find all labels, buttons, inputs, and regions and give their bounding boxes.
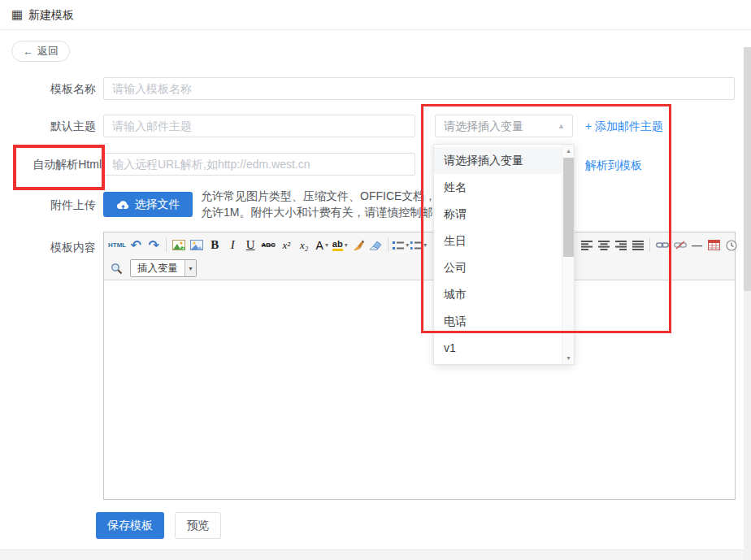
dropdown-scrollbar[interactable]: ▲ ▼ <box>562 145 574 364</box>
page-scrollbar[interactable] <box>744 47 751 560</box>
insert-variable-button[interactable]: 插入变量 ▾ <box>130 259 197 277</box>
dropdown-option[interactable]: 请选择插入变量 <box>434 147 562 174</box>
choose-file-button-label: 选择文件 <box>135 198 180 212</box>
template-name-input[interactable] <box>103 77 735 100</box>
editor-content-area[interactable] <box>104 280 735 499</box>
html-source-icon[interactable]: HTML <box>107 236 127 255</box>
back-button-label: 返回 <box>37 44 59 59</box>
new-template-page: ▦ 新建模板 ← 返回 模板名称 默认主题 请选择插入变量 ▲ + 添加邮件主题… <box>0 0 751 560</box>
grid-icon: ▦ <box>11 7 23 22</box>
page-scrollbar-thumb[interactable] <box>744 47 751 291</box>
insert-variable-select[interactable]: 请选择插入变量 ▲ <box>435 115 573 137</box>
parse-to-template-link[interactable]: 解析到模板 <box>585 158 642 173</box>
insert-variable-button-label: 插入变量 <box>131 260 184 276</box>
toolbar-separator <box>166 238 167 252</box>
dropdown-option[interactable]: v1 <box>434 335 562 362</box>
undo-icon[interactable]: ↶ <box>127 236 145 255</box>
choose-file-button[interactable]: 选择文件 <box>103 192 193 217</box>
default-subject-input[interactable] <box>103 115 415 137</box>
photo-icon[interactable] <box>188 236 206 255</box>
attachment-label: 附件上传 <box>12 193 96 216</box>
select-arrow-icon: ▲ <box>558 122 565 130</box>
chevron-down-icon: ▾ <box>184 260 196 276</box>
magnifier-icon[interactable] <box>107 258 125 278</box>
bold-icon[interactable]: B <box>206 236 224 255</box>
clock-icon[interactable] <box>723 236 740 255</box>
unordered-list-icon[interactable]: ▾ <box>392 236 410 255</box>
dropdown-option[interactable]: 称谓 <box>434 201 562 228</box>
dropdown-option[interactable]: 公司 <box>434 254 562 281</box>
dropdown-option[interactable]: 生日 <box>434 228 562 254</box>
editor-toolbar-row2: 插入变量 ▾ <box>107 257 197 280</box>
dropdown-scroll-up-icon[interactable]: ▲ <box>562 145 575 156</box>
underline-icon[interactable]: U <box>241 236 259 255</box>
redo-icon[interactable]: ↷ <box>145 236 163 255</box>
dropdown-scrollbar-thumb[interactable] <box>563 158 574 257</box>
subscript-icon[interactable]: x₂ <box>295 236 313 255</box>
dropdown-scroll-down-icon[interactable]: ▼ <box>562 353 575 363</box>
editor-toolbar-right-group: — <box>578 233 740 257</box>
insert-variable-select-placeholder: 请选择插入变量 <box>444 119 523 134</box>
hr-icon[interactable]: — <box>689 236 705 255</box>
save-template-button[interactable]: 保存模板 <box>96 512 164 539</box>
template-name-label: 模板名称 <box>12 77 96 100</box>
dropdown-option[interactable]: 城市 <box>434 281 562 308</box>
add-subject-link[interactable]: + 添加邮件主题 <box>585 119 663 134</box>
highlight-color-icon[interactable]: ab▾ <box>331 236 349 255</box>
eraser-icon[interactable] <box>367 236 384 255</box>
page-title: 新建模板 <box>28 8 74 23</box>
align-left-icon[interactable] <box>578 236 595 255</box>
back-arrow-icon: ← <box>23 46 33 58</box>
align-justify-icon[interactable] <box>629 236 646 255</box>
dropdown-option[interactable]: 电话 <box>434 308 562 335</box>
footer-strip <box>0 549 751 560</box>
preview-button[interactable]: 预览 <box>175 512 221 539</box>
auto-parse-label: 自动解析Html <box>12 153 102 176</box>
strikethrough-icon[interactable]: ABC <box>259 236 277 255</box>
rich-text-editor: HTML ↶ ↷ B I U ABC x² x₂ A▾ ab▾ <box>103 232 736 500</box>
format-painter-icon[interactable] <box>349 236 367 255</box>
dropdown-option[interactable]: 姓名 <box>434 174 562 201</box>
editor-toolbar-row1: HTML ↶ ↷ B I U ABC x² x₂ A▾ ab▾ <box>107 233 428 257</box>
table-icon[interactable] <box>705 236 723 255</box>
font-color-icon[interactable]: A▾ <box>313 236 331 255</box>
cloud-upload-icon <box>116 199 130 210</box>
align-right-icon[interactable] <box>612 236 629 255</box>
image-icon[interactable] <box>170 236 188 255</box>
align-center-icon[interactable] <box>595 236 612 255</box>
template-content-label: 模板内容 <box>12 236 96 258</box>
toolbar-separator <box>388 238 389 252</box>
unlink-icon[interactable] <box>671 236 689 255</box>
link-icon[interactable] <box>653 236 671 255</box>
insert-variable-dropdown: 请选择插入变量 姓名 称谓 生日 公司 城市 电话 v1 ▲ ▼ <box>433 144 575 365</box>
superscript-icon[interactable]: x² <box>277 236 295 255</box>
toolbar-separator <box>649 238 650 252</box>
default-subject-label: 默认主题 <box>12 115 96 137</box>
back-button[interactable]: ← 返回 <box>11 41 70 62</box>
ordered-list-icon[interactable]: ▾ <box>410 236 428 255</box>
auto-parse-url-input[interactable] <box>103 153 415 176</box>
italic-icon[interactable]: I <box>224 236 241 255</box>
editor-toolbar: HTML ↶ ↷ B I U ABC x² x₂ A▾ ab▾ <box>104 232 735 280</box>
page-header: ▦ 新建模板 <box>0 0 751 30</box>
